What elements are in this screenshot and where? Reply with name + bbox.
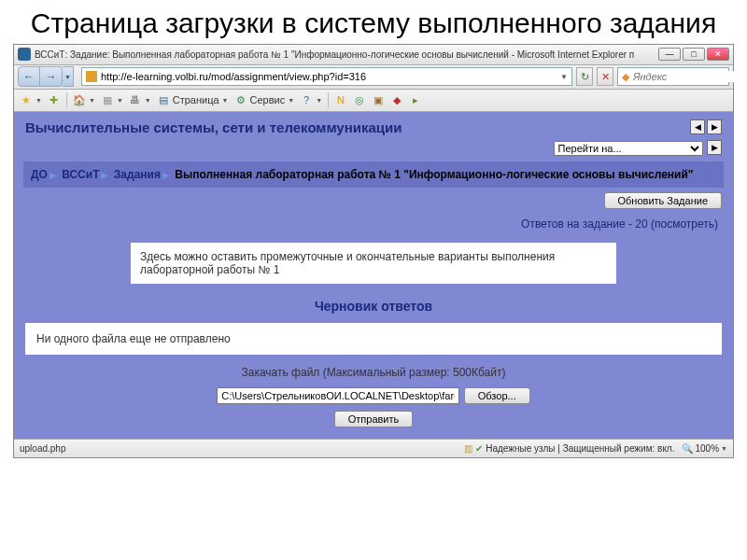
warn-icon: ◆	[390, 93, 403, 106]
site-icon	[86, 71, 97, 82]
ext-icon-5[interactable]: ▸	[409, 93, 422, 106]
status-security: ▥ ✔ Надежные узлы | Защищенный режим: вк…	[464, 443, 674, 454]
print-icon: 🖶	[129, 93, 142, 106]
slide-title: Страница загрузки в систему выполненного…	[0, 0, 747, 44]
breadcrumb: ДО▶ ВССиТ▶ Задания▶ Выполненная лаборато…	[23, 161, 724, 189]
chevron-down-icon: ▼	[89, 97, 95, 104]
separator	[66, 92, 67, 107]
breadcrumb-section[interactable]: Задания	[114, 168, 161, 181]
triangle-right-icon: ▶	[162, 170, 170, 180]
header-nav: ◀ ▶	[690, 119, 722, 134]
course-title: Вычислительные системы, сети и телекомму…	[25, 119, 690, 135]
window-titlebar: ВССиТ: Задание: Выполненная лабораторная…	[14, 45, 733, 65]
file-status: Ни одного файла еще не отправлено	[25, 323, 722, 355]
badge-icon: ◎	[353, 93, 366, 106]
back-button[interactable]: ←	[18, 66, 40, 87]
browser-window: ВССиТ: Задание: Выполненная лабораторная…	[13, 44, 734, 458]
tools-menu[interactable]: ⚙Сервис ▼	[234, 93, 295, 106]
zoom-icon: 🔍	[682, 443, 693, 454]
ext-icon-4[interactable]: ◆	[390, 93, 403, 106]
submit-row: Отправить	[14, 406, 733, 437]
hdr-prev-button[interactable]: ◀	[690, 119, 705, 134]
maximize-button[interactable]: □	[683, 48, 705, 61]
feed-icon: ▦	[101, 93, 114, 106]
home-button[interactable]: 🏠▼	[73, 93, 95, 106]
gear-icon: ⚙	[234, 93, 247, 106]
stop-button[interactable]: ✕	[597, 67, 613, 86]
box-icon: ▣	[372, 93, 385, 106]
breadcrumb-current: Выполненная лабораторная работа № 1 "Инф…	[175, 168, 693, 181]
search-provider-icon: ◆	[622, 71, 629, 83]
ext-icon-2[interactable]: ◎	[353, 93, 366, 106]
chevron-down-icon: ▼	[288, 97, 294, 104]
search-input[interactable]	[633, 71, 747, 82]
home-icon: 🏠	[73, 93, 86, 106]
hdr-next-button[interactable]: ▶	[707, 119, 722, 134]
answers-link-row: Ответов на задание - 20 (посмотреть)	[14, 213, 733, 239]
tools-menu-label: Сервис	[250, 94, 286, 105]
update-row: Обновить Задание	[14, 188, 733, 213]
minimize-button[interactable]: —	[658, 48, 681, 61]
search-box[interactable]: ◆ 🔍	[617, 67, 729, 86]
favorites-button[interactable]: ★▼	[20, 93, 42, 106]
forward-button[interactable]: →	[40, 66, 63, 87]
window-title: ВССиТ: Задание: Выполненная лабораторная…	[35, 49, 658, 60]
update-assignment-button[interactable]: Обновить Задание	[604, 192, 723, 209]
page-icon: ▤	[157, 93, 170, 106]
breadcrumb-course[interactable]: ВССиТ	[62, 168, 99, 181]
refresh-button[interactable]: ↻	[576, 67, 593, 86]
star-plus-icon: ✚	[48, 93, 61, 106]
help-button[interactable]: ?▼	[300, 93, 322, 106]
status-bar: upload.php ▥ ✔ Надежные узлы | Защищенны…	[14, 439, 733, 457]
norton-icon: N	[334, 93, 347, 106]
nav-history-dropdown[interactable]: ▼	[63, 66, 74, 87]
url-input[interactable]	[101, 71, 557, 82]
url-field-container[interactable]: ▼	[81, 67, 572, 86]
command-bar: ★▼ ✚ 🏠▼ ▦▼ 🖶▼ ▤Страница ▼ ⚙Сервис ▼ ?▼ N…	[14, 90, 733, 112]
ext-icon-1[interactable]: N	[334, 93, 347, 106]
triangle-right-icon: ▶	[101, 170, 108, 180]
print-button[interactable]: 🖶▼	[129, 93, 151, 106]
file-input-row: Обзор...	[14, 385, 733, 406]
assignment-note: Здесь можно оставить промежуточные и око…	[131, 243, 616, 284]
draft-heading: Черновик ответов	[14, 287, 733, 323]
chevron-down-icon: ▼	[222, 97, 229, 104]
ext-icon-3[interactable]: ▣	[372, 93, 385, 106]
flag-icon: ▸	[409, 93, 422, 106]
answers-link[interactable]: Ответов на задание - 20 (посмотреть)	[521, 217, 718, 231]
upload-label: Закачать файл (Максимальный размер: 500К…	[14, 355, 733, 385]
zoom-control[interactable]: 🔍 100% ▼	[682, 443, 727, 454]
chevron-down-icon: ▼	[117, 97, 123, 104]
address-bar: ← → ▼ ▼ ↻ ✕ ◆ 🔍	[14, 65, 733, 90]
chevron-down-icon: ▼	[316, 97, 322, 104]
add-favorite-button[interactable]: ✚	[48, 93, 61, 106]
page-info-icon: ▥	[464, 443, 472, 454]
help-icon: ?	[300, 93, 313, 106]
page-content: Вычислительные системы, сети и телекомму…	[14, 112, 733, 439]
feeds-button[interactable]: ▦▼	[101, 93, 123, 106]
url-dropdown-icon[interactable]: ▼	[560, 73, 568, 81]
page-menu[interactable]: ▤Страница ▼	[157, 93, 229, 106]
chevron-down-icon: ▼	[721, 445, 727, 452]
chevron-down-icon: ▼	[145, 97, 151, 104]
browse-button[interactable]: Обзор...	[464, 387, 530, 404]
triangle-right-icon: ▶	[49, 170, 57, 180]
file-path-input[interactable]	[217, 387, 459, 404]
nav-buttons: ← → ▼	[18, 66, 74, 87]
status-left: upload.php	[20, 443, 66, 454]
window-controls: — □ ✕	[658, 48, 729, 61]
page-header: Вычислительные системы, сети и телекомму…	[14, 112, 733, 137]
close-button[interactable]: ✕	[707, 48, 729, 61]
star-icon: ★	[20, 93, 33, 106]
page-menu-label: Страница	[173, 94, 219, 105]
security-text: Надежные узлы | Защищенный режим: вкл.	[486, 443, 674, 454]
favicon-icon	[18, 48, 31, 61]
separator	[328, 92, 329, 107]
jump-menu-row: Перейти на... ▶	[14, 137, 733, 161]
jump-go-button[interactable]: ▶	[707, 140, 722, 155]
jump-menu[interactable]: Перейти на...	[554, 141, 703, 156]
submit-button[interactable]: Отправить	[334, 411, 414, 427]
breadcrumb-do[interactable]: ДО	[31, 168, 48, 181]
chevron-down-icon: ▼	[35, 97, 42, 104]
shield-icon: ✔	[475, 443, 483, 454]
